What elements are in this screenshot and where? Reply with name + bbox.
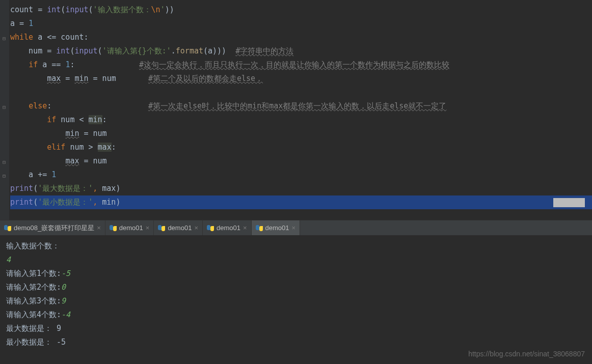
close-icon[interactable]: ×: [194, 224, 198, 232]
python-icon: [110, 225, 117, 232]
python-icon: [4, 225, 11, 232]
python-icon: [207, 225, 214, 232]
tab-demo01-active[interactable]: demo01 ×: [252, 220, 301, 235]
code-line[interactable]: while a <= count:: [10, 31, 592, 44]
tab-demo01[interactable]: demo01 ×: [154, 220, 203, 235]
code-line[interactable]: num = int(input('请输入第{}个数:'.format(a))) …: [10, 44, 592, 58]
console-line: 请输入第2个数:0: [6, 281, 586, 294]
code-line[interactable]: if a == 1: #这句一定会执行，而且只执行一次，目的就是让你输入的第一个…: [10, 58, 592, 72]
tab-label: demo01: [168, 224, 192, 232]
fold-icon[interactable]: ⊟: [1, 100, 7, 106]
console-line: 请输入第4个数:-4: [6, 308, 586, 322]
code-line[interactable]: a += 1: [10, 168, 592, 182]
tab-demo08[interactable]: demo08_嵌套循环打印星星 ×: [0, 220, 105, 235]
code-line[interactable]: if num < min:: [10, 113, 592, 127]
watermark: https://blog.csdn.net/sinat_38068807: [468, 350, 585, 358]
console-line: 输入数据个数：: [6, 239, 586, 253]
console-line: 最大数据是： 9: [6, 322, 586, 335]
cursor-block: [553, 198, 585, 207]
fold-icon[interactable]: ⊟: [1, 169, 7, 175]
code-line[interactable]: count = int(input('输入数据个数：\n')): [10, 3, 592, 17]
console-line: 4: [6, 253, 586, 267]
gutter: ⊟ ⊟ ⊟ ⊟: [0, 0, 9, 220]
code-line[interactable]: print('最大数据是：', max): [10, 182, 592, 195]
tab-demo01[interactable]: demo01 ×: [105, 220, 154, 235]
tab-label: demo08_嵌套循环打印星星: [14, 223, 94, 233]
code-line[interactable]: max = num: [10, 154, 592, 168]
code-line[interactable]: print('最小数据是：', min): [10, 195, 592, 209]
code-editor[interactable]: ⊟ ⊟ ⊟ ⊟ count = int(input('输入数据个数：\n')) …: [0, 0, 592, 220]
tab-label: demo01: [119, 224, 143, 232]
close-icon[interactable]: ×: [243, 224, 247, 232]
code-line[interactable]: elif num > max:: [10, 141, 592, 154]
code-line[interactable]: [10, 86, 592, 99]
run-tabs-bar: demo08_嵌套循环打印星星 × demo01 × demo01 × demo…: [0, 220, 592, 235]
close-icon[interactable]: ×: [292, 224, 296, 232]
code-line[interactable]: else: #第一次走else时，比较中的min和max都是你第一次输入的数，以…: [10, 99, 592, 113]
fold-icon[interactable]: ⊟: [1, 155, 7, 161]
close-icon[interactable]: ×: [146, 224, 150, 232]
close-icon[interactable]: ×: [97, 224, 101, 232]
console-line: 请输入第3个数:9: [6, 294, 586, 308]
python-icon: [256, 225, 263, 232]
tab-label: demo01: [217, 224, 240, 232]
tab-demo01[interactable]: demo01 ×: [203, 220, 252, 235]
console-line: 请输入第1个数:-5: [6, 267, 586, 281]
code-line[interactable]: a = 1: [10, 17, 592, 31]
console-output[interactable]: 输入数据个数： 4 请输入第1个数:-5 请输入第2个数:0 请输入第3个数:9…: [0, 235, 592, 353]
tab-label: demo01: [265, 224, 289, 232]
fold-icon[interactable]: ⊟: [1, 32, 7, 38]
python-icon: [158, 225, 165, 232]
code-line[interactable]: min = num: [10, 127, 592, 141]
code-line[interactable]: max = min = num #第二个及以后的数都会走else，: [10, 72, 592, 86]
console-line: 最小数据是： -5: [6, 335, 586, 349]
